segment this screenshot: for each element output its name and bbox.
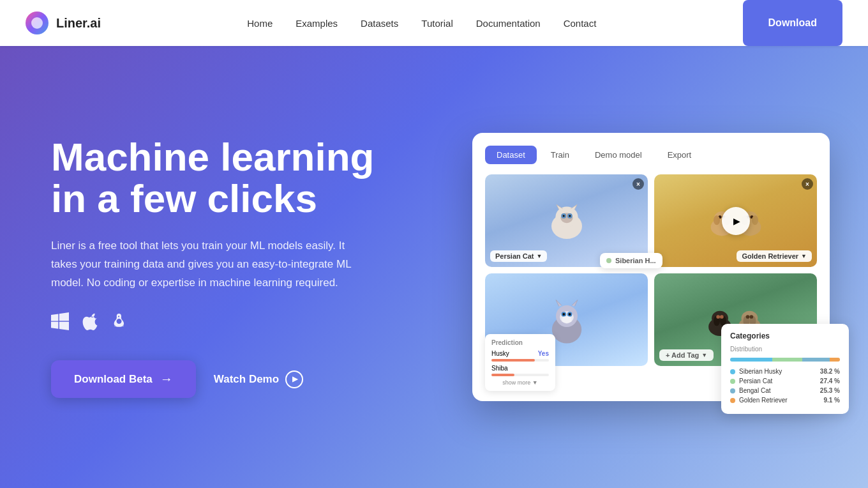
tab-dataset[interactable]: Dataset [485,146,537,164]
cat-row-siberian: Siberian Husky 38.2 % [730,368,840,375]
brand: Liner.ai [26,11,101,34]
cat-row-persian: Persian Cat 27.4 % [730,377,840,385]
logo-icon [26,11,49,34]
play-icon: ▶ [285,370,303,388]
pred-row-shiba: Shiba [491,365,549,372]
husky-bar [491,359,549,362]
cat-label: Persian Cat ▼ [490,250,547,262]
logo-text: Liner.ai [56,16,101,31]
svg-point-31 [716,315,720,319]
nav-home[interactable]: Home [247,18,273,29]
cat-dot-bengal [730,388,735,393]
categories-panel: Categories Distribution Siberian Husky 3… [721,324,849,414]
navbar: Liner.ai Home Examples Datasets Tutorial… [0,0,868,46]
dropdown-icon: ▼ [801,253,807,259]
cat-dot-persian [730,379,735,384]
nav-tutorial[interactable]: Tutorial [421,18,453,29]
cat-row-bengal: Bengal Cat 25.3 % [730,387,840,394]
tab-demo-model[interactable]: Demo model [583,146,654,164]
pred-row-husky: Husky Yes [491,350,549,357]
cat-dot-siberian [730,369,735,374]
dogs-label: Golden Retriever ▼ [737,250,812,262]
cat-dot-golden [730,398,735,403]
download-beta-button[interactable]: Download Beta → [51,360,196,398]
puppies-add-tag[interactable]: + Add Tag ▼ [659,349,714,361]
os-icons [51,312,383,335]
show-more-link[interactable]: show more ▼ [491,379,549,386]
apple-icon [82,312,98,335]
svg-point-11 [714,215,720,225]
svg-point-26 [562,316,571,323]
nav-contact[interactable]: Contact [564,18,597,29]
tab-export[interactable]: Export [656,146,703,164]
app-mockup: Dataset Train Demo model Export [472,133,830,401]
svg-point-6 [569,215,571,217]
linux-icon [111,312,126,335]
dropdown-icon: ▼ [537,253,542,259]
hero-section: Machine learning in a few clicks Liner i… [0,0,868,488]
image-card-dogs: × ▶ Golden Retriever ▼ [654,174,817,267]
arrow-right-icon: → [160,372,173,386]
nav-examples[interactable]: Examples [296,18,338,29]
svg-point-38 [749,315,753,319]
hero-actions: Download Beta → Watch Demo ▶ [51,360,383,398]
app-tabs: Dataset Train Demo model Export [485,146,817,164]
distribution-bar [730,358,840,362]
remove-cat-icon[interactable]: × [632,178,644,190]
svg-point-25 [568,313,571,316]
cat-row-golden: Golden Retriever 9.1 % [730,397,840,404]
svg-point-32 [720,315,724,319]
hero-title: Machine learning in a few clicks [51,136,383,219]
windows-icon [51,312,69,335]
hero-left: Machine learning in a few clicks Liner i… [51,136,383,399]
siberian-tag: Siberian H... [600,253,662,268]
nav-documentation[interactable]: Documentation [476,18,541,29]
hero-description: Liner is a free tool that lets you train… [51,237,357,293]
nav-datasets[interactable]: Datasets [361,18,398,29]
watch-demo-button[interactable]: Watch Demo ▶ [214,370,303,388]
hero-right: Dataset Train Demo model Export [421,133,830,401]
shiba-bar [491,374,549,376]
svg-point-37 [745,315,749,319]
remove-dogs-icon[interactable]: × [802,178,813,190]
svg-point-24 [562,313,565,316]
nav-download-button[interactable]: Download [743,0,842,46]
tab-train[interactable]: Train [539,146,581,164]
tag-dot [606,258,611,263]
download-beta-label: Download Beta [74,373,153,386]
play-overlay[interactable]: ▶ [722,207,750,235]
watch-demo-label: Watch Demo [214,373,279,386]
prediction-panel: Prediction Husky Yes Shiba show more ▼ [485,334,555,391]
nav-links: Home Examples Datasets Tutorial Document… [247,18,596,29]
svg-point-18 [752,215,758,225]
svg-point-5 [562,215,564,217]
